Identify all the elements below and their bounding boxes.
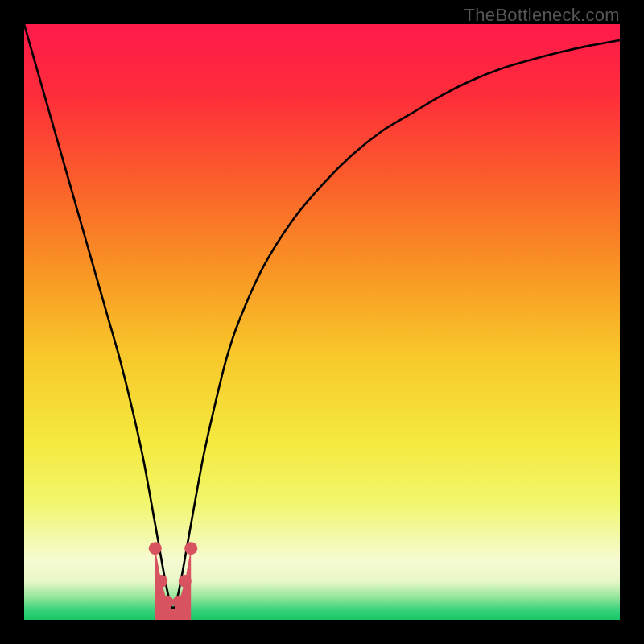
bottleneck-curve bbox=[24, 24, 620, 608]
valley-marker bbox=[155, 575, 167, 588]
valley-marker bbox=[179, 575, 192, 588]
chart-frame: TheBottleneck.com bbox=[0, 0, 644, 644]
valley-marker bbox=[149, 542, 162, 555]
valley-marker bbox=[184, 542, 197, 555]
valley-marker bbox=[172, 596, 185, 609]
valley-marker bbox=[161, 596, 174, 609]
watermark-text: TheBottleneck.com bbox=[464, 5, 620, 26]
plot-area bbox=[24, 24, 620, 620]
chart-svg bbox=[24, 24, 620, 620]
